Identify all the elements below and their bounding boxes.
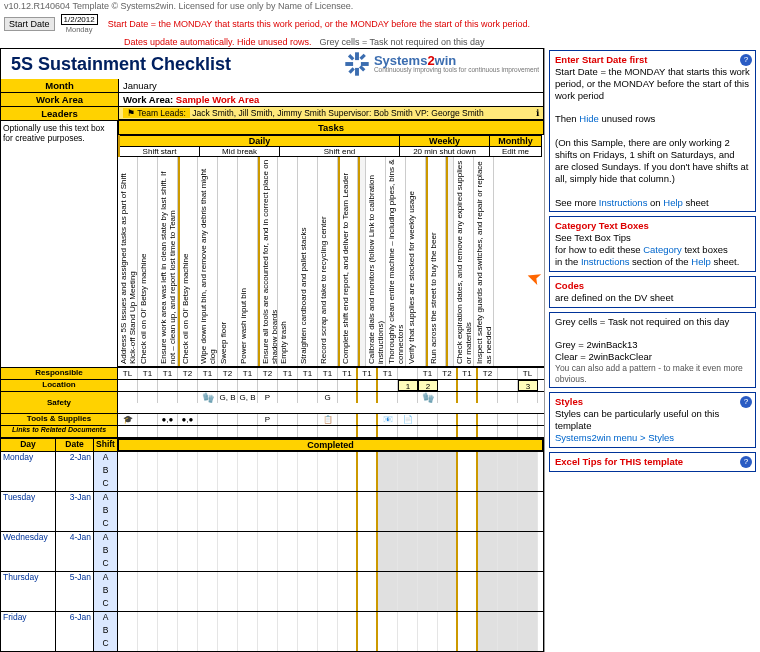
sched-cell[interactable] xyxy=(478,518,498,531)
cell[interactable]: 🎓 xyxy=(118,414,138,425)
sched-cell[interactable] xyxy=(198,478,218,491)
sched-cell[interactable] xyxy=(298,545,318,558)
sched-cell[interactable] xyxy=(378,545,398,558)
sched-cell[interactable] xyxy=(518,478,538,491)
sched-cell[interactable] xyxy=(418,478,438,491)
sched-cell[interactable] xyxy=(398,492,418,505)
sched-cell[interactable] xyxy=(198,585,218,598)
sched-cell[interactable] xyxy=(318,585,338,598)
sched-cell[interactable] xyxy=(338,598,358,611)
cell[interactable] xyxy=(238,380,258,391)
sched-cell[interactable] xyxy=(158,612,178,625)
sched-cell[interactable] xyxy=(358,572,378,585)
sched-cell[interactable] xyxy=(158,558,178,571)
sched-cell[interactable] xyxy=(238,598,258,611)
cell[interactable] xyxy=(198,380,218,391)
sched-cell[interactable] xyxy=(518,545,538,558)
cell[interactable] xyxy=(218,380,238,391)
sched-cell[interactable] xyxy=(238,585,258,598)
sched-cell[interactable] xyxy=(358,598,378,611)
sched-cell[interactable] xyxy=(118,612,138,625)
sched-cell[interactable] xyxy=(518,452,538,465)
sched-cell[interactable] xyxy=(438,558,458,571)
cell[interactable] xyxy=(338,380,358,391)
sched-cell[interactable] xyxy=(138,612,158,625)
sched-cell[interactable] xyxy=(298,558,318,571)
sched-cell[interactable] xyxy=(138,625,158,638)
sched-cell[interactable] xyxy=(278,452,298,465)
sched-cell[interactable] xyxy=(498,638,518,651)
sched-cell[interactable] xyxy=(358,545,378,558)
sched-cell[interactable] xyxy=(198,465,218,478)
sched-cell[interactable] xyxy=(458,572,478,585)
sched-cell[interactable] xyxy=(118,558,138,571)
sched-cell[interactable] xyxy=(238,505,258,518)
cell[interactable] xyxy=(498,426,518,437)
sched-cell[interactable] xyxy=(218,492,238,505)
sched-cell[interactable] xyxy=(178,452,198,465)
cell[interactable] xyxy=(138,426,158,437)
sched-cell[interactable] xyxy=(498,612,518,625)
sched-shift[interactable]: A xyxy=(94,532,118,545)
sched-shift[interactable]: A xyxy=(94,492,118,505)
sched-cell[interactable] xyxy=(178,478,198,491)
sched-cell[interactable] xyxy=(518,625,538,638)
sched-cell[interactable] xyxy=(218,478,238,491)
sched-cell[interactable] xyxy=(278,532,298,545)
sched-cell[interactable] xyxy=(438,612,458,625)
cell[interactable] xyxy=(438,380,458,391)
sched-cell[interactable] xyxy=(498,465,518,478)
help-link[interactable]: Systems2win menu > Styles xyxy=(555,432,750,444)
sched-cell[interactable] xyxy=(378,478,398,491)
cell[interactable] xyxy=(378,426,398,437)
sched-cell[interactable] xyxy=(238,452,258,465)
sched-shift[interactable]: C xyxy=(94,638,118,651)
sched-cell[interactable] xyxy=(378,585,398,598)
cell[interactable]: 📄 xyxy=(398,414,418,425)
sched-cell[interactable] xyxy=(278,518,298,531)
sched-shift[interactable]: A xyxy=(94,452,118,465)
sched-cell[interactable] xyxy=(518,598,538,611)
sched-cell[interactable] xyxy=(318,478,338,491)
sched-cell[interactable] xyxy=(158,478,178,491)
cell[interactable] xyxy=(258,426,278,437)
sched-cell[interactable] xyxy=(358,558,378,571)
sched-cell[interactable] xyxy=(418,505,438,518)
sched-cell[interactable] xyxy=(358,452,378,465)
cell[interactable]: T2 xyxy=(478,368,498,379)
sched-cell[interactable] xyxy=(178,572,198,585)
cell[interactable]: 2 xyxy=(418,380,438,391)
cell[interactable]: T2 xyxy=(438,368,458,379)
cell[interactable]: G, B xyxy=(218,392,238,403)
sched-cell[interactable] xyxy=(438,638,458,651)
sched-cell[interactable] xyxy=(518,638,538,651)
sched-cell[interactable] xyxy=(438,532,458,545)
sched-cell[interactable] xyxy=(298,598,318,611)
help-icon[interactable]: ? xyxy=(740,396,752,408)
sched-cell[interactable] xyxy=(398,625,418,638)
sched-cell[interactable] xyxy=(218,598,238,611)
sched-cell[interactable] xyxy=(338,638,358,651)
sched-cell[interactable] xyxy=(258,465,278,478)
cell[interactable] xyxy=(498,368,518,379)
sched-cell[interactable] xyxy=(298,465,318,478)
sched-shift[interactable]: B xyxy=(94,625,118,638)
cell[interactable] xyxy=(318,426,338,437)
cell[interactable] xyxy=(518,414,538,425)
sched-cell[interactable] xyxy=(218,612,238,625)
sched-cell[interactable] xyxy=(458,518,478,531)
sched-cell[interactable] xyxy=(178,505,198,518)
cell[interactable] xyxy=(398,368,418,379)
sched-cell[interactable] xyxy=(178,612,198,625)
sched-cell[interactable] xyxy=(278,478,298,491)
sched-cell[interactable] xyxy=(138,638,158,651)
cell[interactable] xyxy=(138,414,158,425)
sched-cell[interactable] xyxy=(378,518,398,531)
sched-cell[interactable] xyxy=(398,545,418,558)
sched-cell[interactable] xyxy=(518,465,538,478)
sched-cell[interactable] xyxy=(138,585,158,598)
sched-shift[interactable]: C xyxy=(94,518,118,531)
sched-cell[interactable] xyxy=(178,585,198,598)
cell[interactable]: T1 xyxy=(158,368,178,379)
sched-cell[interactable] xyxy=(258,478,278,491)
